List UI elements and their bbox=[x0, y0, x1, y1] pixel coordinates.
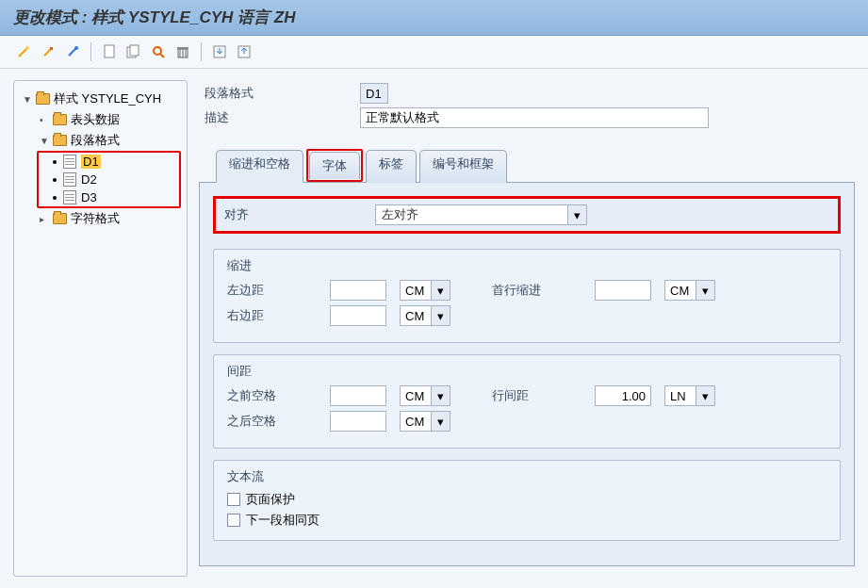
toolbar bbox=[0, 36, 868, 69]
next-same-page-label: 下一段相同页 bbox=[246, 512, 319, 529]
indent-group: 缩进 左边距 ▾ 首行缩进 ▾ 右边距 bbox=[213, 249, 841, 343]
right-margin-label: 右边距 bbox=[227, 307, 317, 324]
tab-numbering-frame[interactable]: 编号和框架 bbox=[419, 150, 507, 183]
svg-rect-8 bbox=[177, 47, 188, 49]
folder-icon bbox=[53, 213, 67, 224]
svg-point-6 bbox=[154, 47, 161, 55]
sheet-icon bbox=[63, 155, 76, 169]
sheet-icon bbox=[63, 172, 76, 187]
export-icon[interactable] bbox=[234, 41, 254, 62]
folder-icon bbox=[53, 114, 67, 125]
textflow-title: 文本流 bbox=[227, 468, 827, 485]
tree-item-d1[interactable]: D1 bbox=[50, 153, 179, 171]
before-space-unit[interactable] bbox=[400, 385, 432, 406]
first-indent-input[interactable] bbox=[595, 280, 651, 301]
tree-char-format[interactable]: ▸ 字符格式 bbox=[37, 208, 181, 229]
folder-icon bbox=[36, 93, 50, 105]
after-space-unit[interactable] bbox=[400, 411, 432, 432]
tree-header-label: 表头数据 bbox=[71, 111, 120, 128]
chevron-down-icon[interactable]: ▾ bbox=[432, 280, 450, 301]
chevron-down-icon[interactable]: ▾ bbox=[432, 305, 450, 326]
new-doc-icon[interactable] bbox=[99, 41, 120, 62]
page-protect-checkbox[interactable] bbox=[227, 493, 240, 506]
sheet-icon bbox=[63, 190, 76, 204]
line-height-input[interactable] bbox=[595, 385, 651, 406]
svg-point-0 bbox=[25, 46, 29, 50]
page-protect-label: 页面保护 bbox=[246, 491, 295, 508]
desc-label: 描述 bbox=[205, 109, 360, 126]
align-label: 对齐 bbox=[224, 206, 375, 223]
spacing-title: 间距 bbox=[227, 363, 827, 380]
after-space-input[interactable] bbox=[330, 411, 386, 432]
pipette-icon[interactable] bbox=[62, 41, 83, 62]
brush-icon[interactable] bbox=[38, 41, 58, 62]
tree-item-d2[interactable]: D2 bbox=[50, 171, 179, 188]
collapse-icon[interactable]: ▼ bbox=[23, 94, 32, 105]
chevron-down-icon[interactable]: ▾ bbox=[432, 385, 450, 406]
textflow-group: 文本流 页面保护 下一段相同页 bbox=[213, 460, 841, 541]
svg-rect-5 bbox=[130, 45, 139, 56]
tree-root[interactable]: ▼ 样式 YSTYLE_CYH bbox=[20, 89, 181, 109]
right-margin-input[interactable] bbox=[330, 305, 386, 326]
tree-paragraph-format[interactable]: ▼ 段落格式 bbox=[37, 130, 181, 151]
tab-panel: 对齐 ▾ 缩进 左边距 ▾ 首行缩进 bbox=[199, 182, 855, 566]
left-margin-unit[interactable] bbox=[400, 280, 432, 301]
find-icon[interactable] bbox=[148, 41, 169, 62]
first-indent-label: 首行缩进 bbox=[492, 282, 581, 299]
tab-bar: 缩进和空格 字体 标签 编号和框架 bbox=[199, 149, 855, 183]
separator bbox=[201, 42, 202, 61]
tree-item-d3[interactable]: D3 bbox=[50, 188, 179, 206]
svg-rect-1 bbox=[50, 47, 53, 50]
first-indent-unit[interactable] bbox=[664, 280, 696, 301]
tab-tabs[interactable]: 标签 bbox=[366, 150, 417, 183]
left-margin-label: 左边距 bbox=[227, 282, 317, 299]
next-same-page-checkbox[interactable] bbox=[227, 514, 240, 527]
separator bbox=[90, 42, 91, 61]
paragraph-format-label: 段落格式 bbox=[205, 85, 360, 102]
tab-font[interactable]: 字体 bbox=[309, 152, 360, 179]
wand-icon[interactable] bbox=[13, 41, 34, 62]
svg-rect-3 bbox=[105, 45, 114, 57]
right-margin-unit[interactable] bbox=[400, 305, 432, 326]
chevron-down-icon[interactable]: ▾ bbox=[696, 280, 715, 301]
svg-point-2 bbox=[74, 46, 78, 50]
page-title: 更改模式 : 样式 YSTYLE_CYH 语言 ZH bbox=[13, 7, 295, 28]
before-space-label: 之前空格 bbox=[227, 387, 317, 404]
delete-icon[interactable] bbox=[172, 41, 193, 62]
chevron-down-icon[interactable]: ▾ bbox=[696, 385, 715, 406]
chevron-down-icon[interactable]: ▾ bbox=[432, 411, 450, 432]
paragraph-format-value: D1 bbox=[360, 83, 388, 104]
navigation-tree: ▼ 样式 YSTYLE_CYH • 表头数据 ▼ 段落格式 D1 bbox=[13, 80, 188, 577]
tree-para-label: 段落格式 bbox=[71, 132, 120, 149]
line-height-unit[interactable] bbox=[664, 385, 696, 406]
tree-char-label: 字符格式 bbox=[71, 210, 120, 227]
align-combo[interactable] bbox=[375, 204, 568, 225]
tree-header-data[interactable]: • 表头数据 bbox=[37, 109, 181, 130]
before-space-input[interactable] bbox=[330, 385, 386, 406]
tree-root-label: 样式 YSTYLE_CYH bbox=[54, 90, 161, 107]
tab-indent-spacing[interactable]: 缩进和空格 bbox=[216, 150, 303, 183]
desc-field[interactable] bbox=[360, 107, 709, 128]
collapse-icon[interactable]: ▼ bbox=[40, 136, 49, 146]
indent-title: 缩进 bbox=[227, 257, 827, 274]
title-bar: 更改模式 : 样式 YSTYLE_CYH 语言 ZH bbox=[0, 0, 868, 36]
expand-icon[interactable]: ▸ bbox=[40, 214, 49, 224]
alignment-row: 对齐 ▾ bbox=[213, 196, 841, 234]
copy-doc-icon[interactable] bbox=[123, 41, 144, 62]
line-height-label: 行间距 bbox=[492, 387, 581, 404]
chevron-down-icon[interactable]: ▾ bbox=[568, 204, 587, 225]
folder-icon bbox=[53, 135, 67, 146]
import-icon[interactable] bbox=[209, 41, 230, 62]
content-area: 段落格式 D1 描述 缩进和空格 字体 标签 编号和框架 对齐 ▾ bbox=[199, 80, 855, 577]
left-margin-input[interactable] bbox=[330, 280, 386, 301]
spacing-group: 间距 之前空格 ▾ 行间距 ▾ 之后空格 bbox=[213, 354, 841, 449]
after-space-label: 之后空格 bbox=[227, 413, 317, 430]
